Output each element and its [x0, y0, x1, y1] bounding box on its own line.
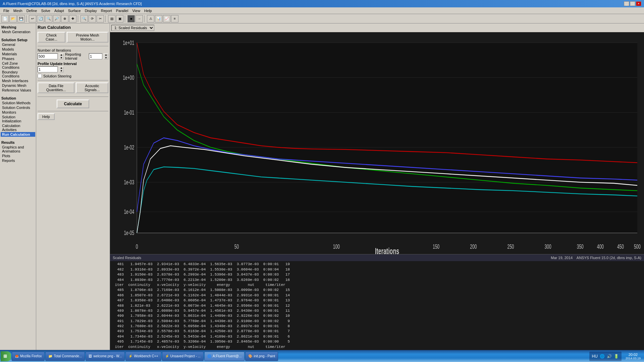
network-icon[interactable]: 🌐 [600, 354, 605, 359]
menu-report[interactable]: Report [99, 8, 114, 13]
sidebar-item-calculation-activities[interactable]: Calculation Activities [1, 123, 35, 132]
menu-mesh[interactable]: Mesh [11, 8, 24, 13]
sidebar-item-mesh-interfaces[interactable]: Mesh Interfaces [1, 78, 35, 83]
toolbar-btn13[interactable]: ⚠ [147, 15, 154, 22]
acoustic-signals-button[interactable]: Acoustic Signals... [76, 82, 108, 93]
chart-dropdown[interactable]: 1: Scaled Residuals [111, 25, 154, 31]
num-iterations-row: ▲ ▼ Reporting Interval ▲ ▼ [38, 52, 108, 60]
taskbar-btn-unsaved[interactable]: ⚡ Unsaved Project - ... [162, 352, 204, 361]
profile-update-input[interactable] [38, 66, 58, 72]
sidebar-item-mesh-generation[interactable]: Mesh Generation [1, 29, 35, 34]
window-controls[interactable]: _ □ ✕ [624, 1, 641, 6]
menu-help[interactable]: Help [142, 8, 154, 13]
taskbar-btn-fluent[interactable]: 🌀 A:Fluent Fluent@... [204, 352, 245, 361]
toolbar-btn12[interactable]: → [136, 15, 143, 22]
sidebar-item-plots[interactable]: Plots [1, 154, 35, 158]
sidebar-item-boundary-conditions[interactable]: Boundary Conditions [1, 70, 35, 78]
toolbar-btn4[interactable]: 🔎 [53, 15, 60, 22]
sidebar-section-title-meshing: Meshing [1, 25, 35, 29]
maximize-btn[interactable]: □ [630, 1, 635, 6]
toolbar-btn11[interactable]: ▣ [116, 15, 123, 22]
toolbar-new[interactable]: 📄 [1, 15, 9, 22]
sidebar-item-general[interactable]: General [1, 42, 35, 47]
menu-define[interactable]: Define [24, 8, 39, 13]
start-button[interactable]: ⊞ [1, 351, 11, 361]
svg-text:50: 50 [234, 243, 239, 250]
reporting-interval-up[interactable]: ▲ [104, 53, 108, 56]
toolbar-btn5[interactable]: ⊕ [61, 15, 68, 22]
reporting-interval-down[interactable]: ▼ [104, 56, 108, 59]
sidebar-item-dynamic-mesh[interactable]: Dynamic Mesh [1, 83, 35, 88]
preview-mesh-motion-button[interactable]: Preview Mesh Motion... [67, 32, 108, 43]
toolbar-btn9[interactable]: ✂ [97, 15, 104, 22]
toolbar-btn1[interactable]: ↩ [29, 15, 36, 22]
taskbar-btn-welcome[interactable]: 🖼 welcome.png - W... [86, 352, 125, 361]
battery-icon[interactable]: 🔋 [614, 354, 619, 359]
toolbar-btn7[interactable]: 🔍 [80, 15, 88, 22]
toolbar-open[interactable]: 📂 [9, 15, 17, 22]
menu-parallel[interactable]: Parallel [114, 8, 130, 13]
profile-update-down[interactable]: ▼ [59, 69, 64, 72]
sidebar-item-reference-values[interactable]: Reference Values [1, 88, 35, 93]
toolbar-btn14[interactable]: 📊 [155, 15, 162, 22]
divider3 [38, 97, 108, 97]
taskbar-btn-paint[interactable]: 🎨 init.png - Paint [245, 352, 278, 361]
sidebar-item-models[interactable]: Models [1, 47, 35, 52]
check-case-button[interactable]: Check Case... [38, 32, 65, 43]
sidebar-item-cell-zone-conditions[interactable]: Cell Zone Conditions [1, 61, 35, 70]
toolbar-btn6[interactable]: ✚ [69, 15, 76, 22]
help-button[interactable]: Help [38, 113, 55, 120]
taskbar-btn-firefox[interactable]: 🦊 Mozilla Firefox [12, 352, 45, 361]
sidebar-item-phases[interactable]: Phases [1, 56, 35, 61]
toolbar-color[interactable]: ■ [127, 15, 135, 22]
sidebar-section-title-results: Results [1, 140, 35, 145]
console-line-header2: iter continuity x-velocity y-velocity en… [113, 345, 641, 350]
toolbar-btn8[interactable]: ⟳ [89, 15, 96, 22]
toolbar-sep1 [26, 15, 28, 22]
toolbar-btn2[interactable]: 🔄 [37, 15, 44, 22]
sidebar-item-solution-methods[interactable]: Solution Methods [1, 101, 35, 105]
taskbar-btn-commander[interactable]: 📁 Total Commande... [45, 352, 85, 361]
toolbar-sep2 [78, 15, 79, 22]
sidebar-item-materials[interactable]: Materials [1, 52, 35, 56]
sidebar-item-solution-controls[interactable]: Solution Controls [1, 105, 35, 110]
volume-icon[interactable]: 🔊 [607, 354, 612, 359]
taskbar-clock[interactable]: 20:02 2014.03.19 [623, 353, 643, 360]
console-line: 489 1.8078e-03 2.6089e-03 5.9457e-04 1.4… [113, 308, 641, 313]
menu-view[interactable]: View [130, 8, 142, 13]
console-area[interactable]: 480 1.9538e-03 2.9626e-03 6.5607e-04 1.5… [110, 255, 644, 362]
toolbar-btn10[interactable]: ▤ [108, 15, 115, 22]
sidebar-item-run-calculation[interactable]: Run Calculation [1, 132, 35, 137]
sidebar-item-graphics-animations[interactable]: Graphics and Animations [1, 145, 35, 154]
num-iterations-input[interactable] [38, 53, 58, 59]
num-iterations-down[interactable]: ▼ [59, 56, 64, 59]
menu-solve[interactable]: Solve [39, 8, 52, 13]
menu-display[interactable]: Display [83, 8, 99, 13]
profile-update-up[interactable]: ▲ [59, 66, 64, 69]
close-btn[interactable]: ✕ [636, 1, 641, 6]
calculate-button[interactable]: Calculate [57, 100, 89, 108]
data-buttons-row: Data File Quantities... Acoustic Signals… [38, 82, 108, 95]
console-line: 484 1.8930e-03 2.7776e-03 6.2213e-04 1.5… [113, 278, 641, 283]
num-iterations-up[interactable]: ▲ [59, 53, 64, 56]
taskbar-btn-workbench[interactable]: ⚡ Workbench C++ [125, 352, 161, 361]
toolbar-btn15[interactable]: 📈 [163, 15, 170, 22]
sidebar-item-solution-initialization[interactable]: Solution Initialization [1, 115, 35, 123]
toolbar-save[interactable]: 💾 [17, 15, 25, 22]
solution-steering-checkbox[interactable] [38, 74, 42, 78]
menu-adapt[interactable]: Adapt [52, 8, 66, 13]
data-file-quantities-button[interactable]: Data File Quantities... [38, 82, 74, 93]
workbench-label: Workbench C++ [134, 354, 158, 358]
sidebar-item-reports[interactable]: Reports [1, 158, 35, 163]
svg-text:500: 500 [634, 243, 641, 250]
svg-text:1e-05: 1e-05 [124, 230, 134, 236]
menu-surface[interactable]: Surface [66, 8, 83, 13]
sidebar-item-monitors[interactable]: Monitors [1, 110, 35, 115]
chart-container: 1: Scaled Residuals Residuals continuity… [110, 23, 644, 255]
menu-file[interactable]: File [1, 8, 11, 13]
toolbar-btn3[interactable]: 🔍 [45, 15, 52, 22]
svg-text:1e-01: 1e-01 [124, 109, 134, 116]
reporting-interval-input[interactable] [89, 53, 102, 59]
toolbar-btn16[interactable]: ≡ [171, 15, 178, 22]
minimize-btn[interactable]: _ [624, 1, 629, 6]
